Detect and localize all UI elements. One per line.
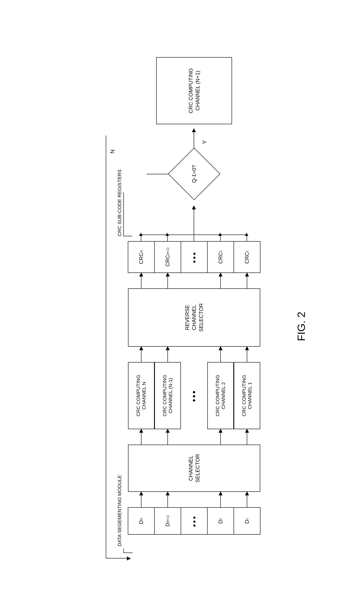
data-segmenting-module: Dm D(m-1) ••• D2 D1 [128, 507, 260, 535]
crc-compute-channel-n-1: CRC COMPUTING CHANNEL (N-1) [155, 362, 181, 429]
arrow-d-to-selector [141, 492, 142, 507]
figure-caption: FIG. 2 [295, 312, 307, 341]
arrow-compute-to-reverse [220, 347, 221, 362]
data-segment-ellipsis: ••• [181, 508, 208, 534]
crc-reg-2: CRC2 [208, 242, 234, 273]
crc-reg-m-1: CRC(m-1) [155, 242, 181, 273]
crc-reg-m: CRCm [128, 242, 155, 273]
arrow-compute-to-reverse [141, 347, 142, 362]
data-segmenting-label: DATA SEGEMENTING MODULE [117, 475, 123, 546]
arrow-compute-to-reverse [247, 347, 247, 362]
arrow-reverse-to-reg [141, 273, 142, 288]
crc-compute-channel-2: CRC COMPUTING CHANNEL 2 [207, 362, 234, 429]
arrow-reg-to-decision [194, 206, 194, 228]
arrow-d-to-selector [220, 492, 221, 507]
arrow-reverse-to-reg [220, 273, 221, 288]
crc-registers-label: CRC SUB-CODE REGISTERS [117, 169, 123, 236]
arrow-d-to-selector [247, 492, 247, 507]
decision-no-label: N [109, 149, 116, 154]
compute-ellipsis: ••• [181, 362, 207, 429]
arrow-reverse-to-reg [247, 273, 247, 288]
crc-reg-ellipsis: ••• [181, 242, 208, 273]
arrow-selector-to-compute [247, 429, 247, 445]
crc-compute-channel-1: CRC COMPUTING CHANNEL 1 [234, 362, 260, 429]
arrow-reverse-to-reg [168, 273, 168, 288]
reverse-channel-selector: REVERSE CHANNEL SELECTOR [128, 288, 260, 347]
channel-selector: CHANNEL SELECTOR [128, 445, 260, 492]
arrow-selector-to-compute [141, 429, 142, 445]
data-segment-m-1: D(m-1) [155, 508, 181, 534]
crc-compute-channel-n: CRC COMPUTING CHANNEL N [128, 362, 155, 429]
crc-compute-channel-n-plus-1: CRC COMPUTING CHANNEL (N+1) [156, 57, 232, 124]
decision-q-1-eq-0: Q-1=0? [169, 148, 220, 199]
feedback-arrowhead [127, 557, 131, 560]
decision-yes-label: Y [201, 140, 208, 144]
crc-subcode-registers: CRCm CRC(m-1) ••• CRC2 CRC1 [128, 241, 260, 273]
arrow-selector-to-compute [168, 429, 168, 445]
arrow-d-to-selector [168, 492, 168, 507]
arrow-selector-to-compute [220, 429, 221, 445]
data-segment-m: Dm [128, 508, 155, 534]
arrow-decision-to-final [194, 129, 194, 148]
arrow-compute-to-reverse [168, 347, 168, 362]
data-segment-2: D2 [208, 508, 234, 534]
crc-reg-1: CRC1 [234, 242, 260, 273]
data-segment-1: D1 [234, 508, 260, 534]
